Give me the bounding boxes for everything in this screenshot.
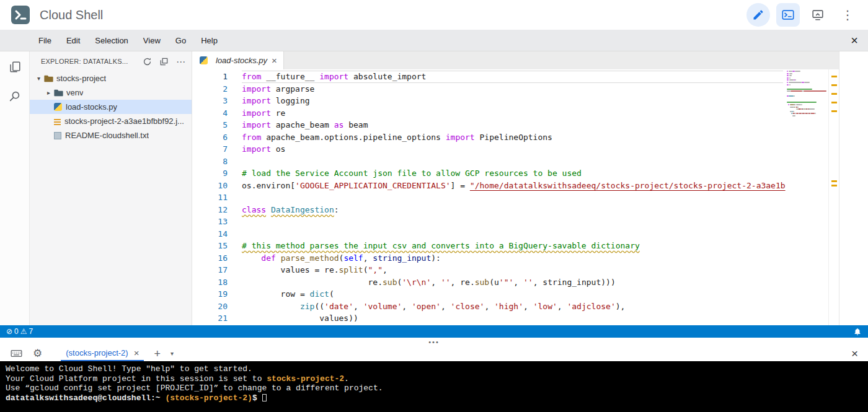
editor-tabbar: load-stocks.py × [192,51,839,69]
code-line-3[interactable]: 3import logging [192,95,783,107]
line-content [242,228,783,240]
python-icon [54,103,62,111]
terminal[interactable]: Welcome to Cloud Shell! Type "help" to g… [0,361,868,412]
tree-item-readme-cloudshell-txt[interactable]: README-cloudshell.txt [30,128,192,142]
tab-close-icon[interactable]: × [272,56,277,65]
line-content: class DataIngestion: [242,204,783,216]
menu-file[interactable]: File [31,36,59,45]
editor-group: load-stocks.py × 1from __future__ import… [192,51,839,325]
notifications-bell-icon[interactable] [853,327,862,336]
menu-view[interactable]: View [136,36,168,45]
line-number: 5 [192,119,228,131]
more-options-button[interactable]: ⋮ [836,3,859,27]
open-in-new-window-icon [811,8,825,22]
edit-mode-button[interactable] [746,3,770,27]
header-actions: ⋮ [746,3,859,27]
warnings-count: 7 [29,327,33,336]
tree-item-load-stocks-py[interactable]: load-stocks.py [30,100,192,114]
code-line-15[interactable]: 15# this method parses the input csv and… [192,240,783,252]
close-panel-button[interactable]: × [851,348,858,359]
menu-selection[interactable]: Selection [87,36,135,45]
code-line-20[interactable]: 20 zip(('date', 'volume', 'open', 'close… [192,300,783,313]
code-line-21[interactable]: 21 values)) [192,312,783,325]
terminal-tab-close-icon[interactable]: × [134,348,140,357]
line-number: 13 [192,216,228,228]
terminal-header: ⚙ (stocks-project-2) × + ▾ × [0,346,868,361]
code-line-10[interactable]: 10os.environ['GOOGLE_APPLICATION_CREDENT… [192,180,783,192]
code-line-1[interactable]: 1from __future__ import absolute_import [192,71,783,83]
line-number: 7 [192,143,228,156]
code-line-8[interactable]: 8 [192,156,783,168]
code-line-14[interactable]: 14 [192,228,783,240]
cloud-shell-logo-icon [10,4,31,25]
terminal-line: Use “gcloud config set project [PROJECT_… [6,384,868,393]
terminal-cursor [262,394,267,401]
warning-marker [831,76,837,77]
line-number: 12 [192,204,228,216]
terminal-dropdown-icon[interactable]: ▾ [170,350,174,357]
code-line-7[interactable]: 7import os [192,143,783,156]
pencil-icon [752,9,764,21]
search-activity-icon[interactable] [8,90,22,103]
warning-marker [831,110,837,112]
line-content: import os [242,143,783,156]
terminal-settings-icon[interactable]: ⚙ [33,348,42,359]
collapse-all-icon[interactable] [159,57,169,66]
line-content: import argparse [242,83,783,95]
app-title: Cloud Shell [40,8,103,22]
overview-ruler[interactable] [828,69,839,325]
menu-help[interactable]: Help [193,36,225,45]
minimap[interactable] [787,71,828,325]
line-content: values)) [242,312,783,325]
editor-body[interactable]: 1from __future__ import absolute_import2… [192,69,839,325]
refresh-icon[interactable] [143,57,152,66]
open-terminal-button[interactable] [776,3,800,27]
explorer-header: EXPLORER: DATATALKS... ⋯ [30,51,192,71]
line-number: 4 [192,107,228,120]
code-line-2[interactable]: 2import argparse [192,83,783,95]
menu-go[interactable]: Go [168,36,193,45]
tree-item-stocks-project-2-a3ae1bfbbf92-j-[interactable]: stocks-project-2-a3ae1bfbbf92.j... [30,114,192,128]
terminal-tab-label: (stocks-project-2) [66,348,128,357]
explorer-more-icon[interactable]: ⋯ [176,57,185,66]
code-line-13[interactable]: 13 [192,216,783,228]
menu-edit[interactable]: Edit [59,36,87,45]
code-area[interactable]: 1from __future__ import absolute_import2… [192,69,839,325]
code-line-11[interactable]: 11 [192,191,783,204]
keyboard-icon[interactable] [10,347,23,360]
code-line-18[interactable]: 18 re.sub('\r\n', '', re.sub(u'"', '', s… [192,276,783,289]
problems-indicator[interactable]: ⊘ 0 ⚠ 7 [6,327,33,336]
file-label: stocks-project-2-a3ae1bfbbf92.j... [64,116,184,126]
code-line-16[interactable]: 16 def parse_method(self, string_input): [192,252,783,265]
line-number: 21 [192,312,228,325]
code-line-17[interactable]: 17 values = re.split(",", [192,264,783,276]
tree-item-venv[interactable]: ▸venv [30,85,192,100]
code-line-6[interactable]: 6from apache_beam.options.pipeline_optio… [192,131,783,144]
line-content: from apache_beam.options.pipeline_option… [242,131,783,144]
expand-arrow-icon[interactable]: ▸ [45,89,53,96]
code-line-12[interactable]: 12class DataIngestion: [192,204,783,216]
expand-arrow-icon[interactable]: ▾ [35,75,43,82]
code-line-4[interactable]: 4import re [192,107,783,120]
tab-label: load-stocks.py [216,56,267,65]
terminal-tab[interactable]: (stocks-project-2) × [61,346,144,361]
line-content: values = re.split(",", [242,264,783,276]
terminal-line: Welcome to Cloud Shell! Type "help" to g… [6,364,868,374]
line-content: import re [242,107,783,120]
code-line-19[interactable]: 19 row = dict( [192,288,783,300]
explorer-actions: ⋯ [143,57,185,66]
terminal-output: Welcome to Cloud Shell! Type "help" to g… [6,364,868,403]
tab-load-stocks-py[interactable]: load-stocks.py × [192,51,284,69]
line-number: 11 [192,191,228,204]
open-in-new-window-button[interactable] [806,3,830,27]
file-label: load-stocks.py [66,102,117,112]
line-number: 15 [192,240,228,252]
close-editor-button[interactable]: × [851,34,858,46]
tree-item-stocks-project[interactable]: ▾stocks-project [30,71,192,85]
code-line-5[interactable]: 5import apache_beam as beam [192,119,783,131]
explorer-activity-icon[interactable] [8,60,22,74]
panel-drag-handle[interactable]: ••• [0,338,868,346]
new-terminal-icon[interactable]: + [154,348,161,359]
code-line-9[interactable]: 9# load the Service Account json file to… [192,167,783,180]
line-number: 17 [192,264,228,276]
